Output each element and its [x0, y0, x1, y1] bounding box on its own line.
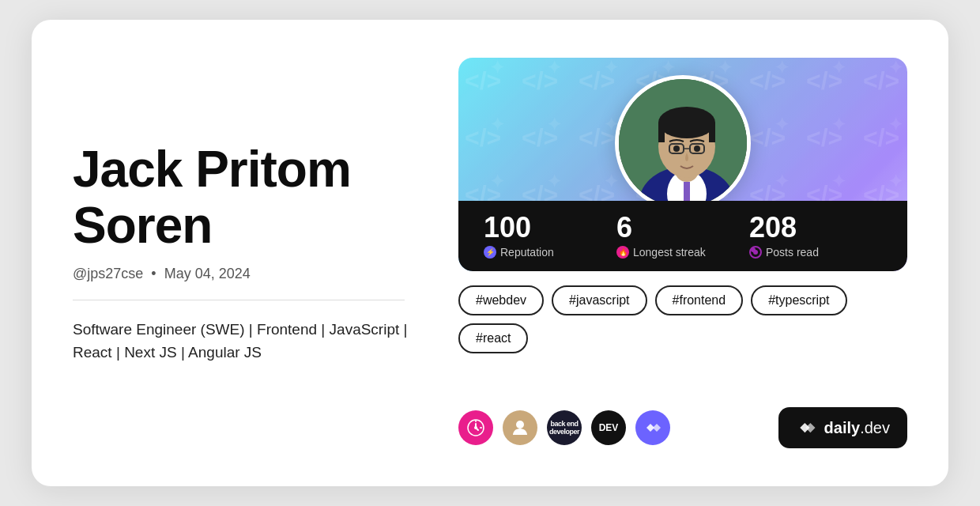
- divider: [73, 300, 405, 300]
- social-icon-3[interactable]: back enddeveloper: [547, 410, 582, 445]
- svg-point-9: [658, 107, 715, 138]
- tag-item[interactable]: #react: [458, 323, 528, 353]
- brand-logo: daily.dev: [778, 407, 907, 448]
- posts-label: Posts read: [749, 246, 819, 259]
- social-icon-1[interactable]: [458, 410, 493, 445]
- user-bio: Software Engineer (SWE) | Frontend | Jav…: [73, 318, 420, 364]
- social-icon-5[interactable]: [635, 410, 670, 445]
- svg-rect-10: [658, 123, 665, 142]
- svg-rect-11: [709, 123, 715, 142]
- social-icon-4[interactable]: DEV: [591, 410, 626, 445]
- tag-item[interactable]: #frontend: [655, 285, 744, 315]
- profile-card: Jack Pritom Soren @jps27cse • May 04, 20…: [32, 20, 948, 486]
- reputation-icon: ⚡: [484, 246, 496, 259]
- tag-item[interactable]: #webdev: [458, 285, 544, 315]
- banner-section: </> ✦: [458, 58, 907, 271]
- right-panel: </> ✦: [458, 58, 907, 448]
- posts-icon: [749, 246, 762, 259]
- user-meta: @jps27cse • May 04, 2024: [73, 266, 420, 282]
- tag-item[interactable]: #javascript: [552, 285, 646, 315]
- avatar-image: [619, 79, 747, 207]
- svg-point-18: [474, 426, 477, 429]
- streak-icon: 🔥: [616, 246, 629, 259]
- user-join-date: May 04, 2024: [164, 266, 251, 281]
- left-panel: Jack Pritom Soren @jps27cse • May 04, 20…: [73, 58, 420, 448]
- tags-section: #webdev#javascript#frontend#typescript#r…: [458, 285, 907, 353]
- stats-bar: 100 ⚡ Reputation 6 🔥 Longest streak 208: [458, 201, 907, 271]
- svg-point-16: [694, 145, 700, 152]
- tag-item[interactable]: #typescript: [751, 285, 846, 315]
- posts-value: 208: [749, 213, 797, 242]
- social-icon-2[interactable]: [503, 410, 537, 445]
- streak-value: 6: [616, 213, 632, 242]
- stat-posts: 208 Posts read: [749, 213, 882, 259]
- streak-label: 🔥 Longest streak: [616, 246, 706, 259]
- social-row: back enddeveloper DEV daily.dev: [458, 407, 907, 448]
- stat-streak: 6 🔥 Longest streak: [616, 213, 749, 259]
- svg-point-21: [516, 421, 524, 429]
- user-name: Jack Pritom Soren: [73, 142, 420, 253]
- reputation-label: ⚡ Reputation: [484, 246, 554, 259]
- user-handle: @jps27cse: [73, 266, 143, 281]
- stat-reputation: 100 ⚡ Reputation: [484, 213, 616, 259]
- reputation-value: 100: [484, 213, 531, 242]
- svg-point-15: [673, 145, 680, 152]
- avatar: [615, 75, 751, 211]
- brand-text: daily.dev: [824, 419, 890, 437]
- dailydev-icon: [796, 417, 818, 439]
